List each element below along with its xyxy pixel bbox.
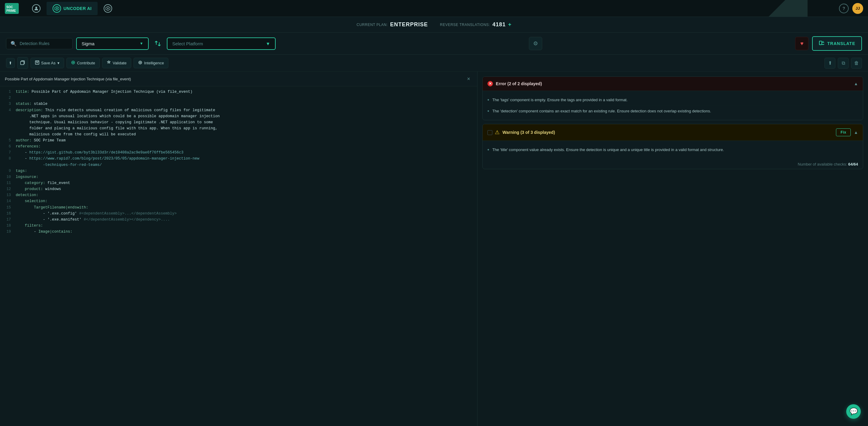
error-title: Error (2 of 2 displayed) xyxy=(496,81,851,86)
settings-button[interactable]: ⚙ xyxy=(529,37,542,50)
help-button[interactable]: ? xyxy=(839,4,849,13)
code-title-bar: Possible Part of Appdomain Manager Injec… xyxy=(0,72,477,87)
table-row: 1 title: Possible Part of Appdomain Mana… xyxy=(0,89,477,95)
table-row: technique. Usual malicious behavior - co… xyxy=(0,119,477,125)
search-box[interactable]: 🔍 Detection Rules xyxy=(6,38,72,49)
table-row: 16 - '.exe.config' #<dependentAssembly>.… xyxy=(0,210,477,217)
copy-raw-button[interactable] xyxy=(17,57,28,69)
error-text-1: The 'tags' component is empty. Ensure th… xyxy=(492,97,628,103)
table-row: 2 xyxy=(0,95,477,101)
save-as-button[interactable]: Save As ▾ xyxy=(31,58,64,68)
table-row: -techniques-for-red-teams/ xyxy=(0,162,477,168)
svg-point-11 xyxy=(139,61,142,64)
table-row: 19 - Image|contains: xyxy=(0,229,477,235)
copy-raw-icon xyxy=(20,60,25,66)
save-as-label: Save As xyxy=(41,61,56,65)
upload-button[interactable]: ⬆ xyxy=(6,58,15,68)
chat-button[interactable]: 💬 xyxy=(846,404,861,419)
logo-box: SOC PRIME xyxy=(5,3,19,14)
list-item: • The 'detection' component contains an … xyxy=(488,106,858,117)
svg-marker-5 xyxy=(106,6,110,10)
table-row: 3 status: stable xyxy=(0,101,477,107)
add-translations-button[interactable]: + xyxy=(508,22,512,28)
avatar[interactable]: JJ xyxy=(852,3,863,14)
nav-uncoder-label: UNCODER AI xyxy=(63,6,92,11)
table-row: 13 detection: xyxy=(0,192,477,198)
translate-icon xyxy=(819,40,825,47)
warning-card-body: • The 'title' component value already ex… xyxy=(483,141,863,159)
table-row: 9 tags: xyxy=(0,168,477,174)
svg-point-12 xyxy=(140,62,141,63)
nav-icon-3 xyxy=(104,4,112,13)
error-text-2: The 'detection' component contains an ex… xyxy=(492,108,711,114)
nav-item-3[interactable] xyxy=(98,2,118,15)
search-icon: 🔍 xyxy=(10,41,17,46)
sigma-chevron-icon: ▼ xyxy=(140,41,143,45)
top-navigation: SOC PRIME UNCODER AI xyxy=(0,0,868,17)
table-row: 10 logsource: xyxy=(0,174,477,180)
heart-icon: ♥ xyxy=(800,40,804,47)
svg-point-6 xyxy=(107,8,108,9)
svg-rect-9 xyxy=(35,61,39,64)
nav-right: ? JJ xyxy=(839,3,863,14)
reverse-translations-label: REVERSE TRANSLATIONS: xyxy=(440,23,490,27)
right-delete-button[interactable]: 🗑 xyxy=(851,58,862,69)
error-card: ✕ Error (2 of 2 displayed) ▲ • The 'tags… xyxy=(483,76,863,120)
nav-icon-1 xyxy=(32,4,40,13)
validate-label: Validate xyxy=(113,61,127,65)
error-card-header[interactable]: ✕ Error (2 of 2 displayed) ▲ xyxy=(483,77,863,91)
action-row: ⬆ Save As ▾ Contribute xyxy=(0,55,868,72)
checks-label: Number of available checks: xyxy=(798,162,847,166)
gear-icon: ⚙ xyxy=(533,40,538,47)
table-row: 11 category: file_event xyxy=(0,180,477,186)
contribute-button[interactable]: Contribute xyxy=(66,58,100,68)
intelligence-icon xyxy=(138,60,142,66)
right-copy-button[interactable]: ⧉ xyxy=(838,58,849,69)
intelligence-button[interactable]: Intelligence xyxy=(133,58,168,68)
nav-item-uncoder[interactable]: UNCODER AI xyxy=(46,2,98,15)
warning-chevron-icon: ▲ xyxy=(854,130,858,135)
table-row: 4 description: This rule detects unusual… xyxy=(0,107,477,113)
contribute-label: Contribute xyxy=(77,61,95,65)
list-item: • The 'tags' component is empty. Ensure … xyxy=(488,95,858,106)
table-row: folder and placing a malicious config fi… xyxy=(0,125,477,131)
validate-icon xyxy=(107,60,111,66)
favorite-button[interactable]: ♥ xyxy=(795,37,808,50)
logo[interactable]: SOC PRIME xyxy=(5,3,19,14)
plan-name: Enterprise xyxy=(390,22,428,28)
warning-card-header[interactable]: ⚠ Warning (3 of 3 displayed) Fix ▲ xyxy=(483,124,863,141)
warning-triangle-icon: ⚠ xyxy=(495,129,500,136)
reverse-translations-item: REVERSE TRANSLATIONS: 4181 + xyxy=(440,22,512,28)
svg-rect-8 xyxy=(21,61,24,65)
reverse-translations-count: 4181 xyxy=(492,22,506,28)
swap-button[interactable] xyxy=(152,38,163,49)
table-row: 6 references: xyxy=(0,143,477,150)
table-row: 12 product: windows xyxy=(0,186,477,192)
svg-text:PRIME: PRIME xyxy=(6,9,16,12)
sigma-dropdown[interactable]: Sigma ▼ xyxy=(76,37,149,50)
code-editor[interactable]: 1 title: Possible Part of Appdomain Mana… xyxy=(0,87,477,426)
close-editor-button[interactable]: × xyxy=(465,75,472,83)
save-as-chevron-icon: ▾ xyxy=(57,61,60,65)
nav-items: UNCODER AI xyxy=(26,2,118,15)
platform-dropdown[interactable]: Select Platform ▼ xyxy=(167,37,276,50)
nav-item-1[interactable] xyxy=(26,2,46,15)
table-row: 5 author: SOC Prime Team xyxy=(0,137,477,143)
right-upload-button[interactable]: ⬆ xyxy=(825,58,835,69)
fix-button[interactable]: Fix xyxy=(836,128,851,136)
validate-button[interactable]: Validate xyxy=(102,58,131,68)
table-row: 18 filters: xyxy=(0,223,477,229)
warning-text-1: The 'title' component value already exis… xyxy=(492,147,724,153)
table-row: 8 - https://www.rapid7.com/blog/post/202… xyxy=(0,156,477,162)
warning-checkbox[interactable] xyxy=(488,130,492,135)
checks-row: Number of available checks: 64/64 xyxy=(483,159,863,169)
svg-rect-7 xyxy=(819,41,822,45)
platform-placeholder: Select Platform xyxy=(172,41,203,46)
main-content: Possible Part of Appdomain Manager Injec… xyxy=(0,72,868,426)
svg-point-2 xyxy=(35,7,37,8)
warning-card: ⚠ Warning (3 of 3 displayed) Fix ▲ • The… xyxy=(483,124,863,169)
bullet-icon: • xyxy=(488,108,489,114)
error-chevron-icon: ▲ xyxy=(854,81,858,86)
translate-button[interactable]: TRANSLATE xyxy=(812,36,862,51)
svg-point-4 xyxy=(56,7,58,9)
